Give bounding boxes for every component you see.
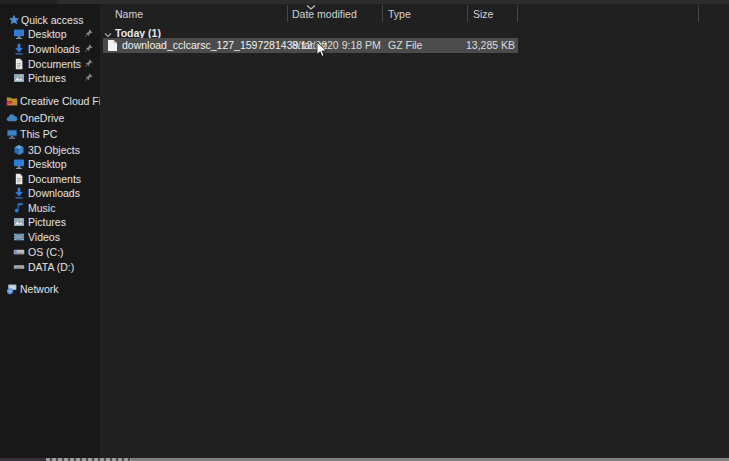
document-icon bbox=[13, 173, 25, 185]
sidebar-item-network[interactable]: Network bbox=[0, 281, 100, 296]
computer-icon bbox=[6, 128, 18, 140]
sidebar-item-label: Music bbox=[28, 202, 55, 214]
sidebar-item-label: Downloads bbox=[28, 187, 80, 199]
sidebar-item-3d-objects[interactable]: 3D Objects bbox=[0, 142, 100, 157]
sidebar-item-label: Videos bbox=[28, 231, 60, 243]
onedrive-cloud-icon bbox=[6, 112, 18, 124]
sidebar-item-label: OS (C:) bbox=[28, 246, 64, 258]
file-list-pane: Name Date modified Type Size bbox=[100, 4, 729, 458]
sidebar-item-this-pc[interactable]: This PC bbox=[0, 126, 100, 141]
column-separator[interactable] bbox=[467, 5, 468, 22]
sidebar-item-os-c[interactable]: OS (C:) bbox=[0, 244, 100, 259]
monitor-icon bbox=[13, 28, 25, 40]
sidebar-item-videos[interactable]: Videos bbox=[0, 229, 100, 244]
sidebar-item-creative-cloud-files[interactable]: Cc Creative Cloud Files bbox=[0, 93, 100, 108]
drive-icon bbox=[13, 246, 25, 258]
chevron-down-icon[interactable] bbox=[104, 29, 112, 36]
column-header-label: Date modified bbox=[292, 8, 357, 20]
sidebar-item-label: Pictures bbox=[28, 216, 66, 228]
sidebar-item-documents[interactable]: Documents bbox=[0, 56, 100, 71]
file-type: GZ File bbox=[388, 38, 422, 53]
sidebar-item-label: DATA (D:) bbox=[28, 261, 74, 273]
column-separator[interactable] bbox=[287, 5, 288, 22]
pictures-icon bbox=[13, 72, 25, 84]
sidebar-item-desktop[interactable]: Desktop bbox=[0, 26, 100, 41]
sidebar-item-label: 3D Objects bbox=[28, 144, 80, 156]
navigation-pane: Quick access Desktop Downloads Doc bbox=[0, 4, 100, 458]
sidebar-item-data-d[interactable]: DATA (D:) bbox=[0, 259, 100, 274]
column-header-size[interactable]: Size bbox=[473, 4, 493, 24]
download-arrow-icon bbox=[13, 43, 25, 55]
column-separator[interactable] bbox=[382, 5, 383, 22]
file-date-modified: 8/12/2020 9:18 PM bbox=[292, 38, 381, 53]
group-header-label: Today (1) bbox=[115, 27, 161, 39]
cube-icon bbox=[13, 144, 25, 156]
file-size: 13,285 KB bbox=[441, 38, 515, 53]
sidebar-item-downloads[interactable]: Downloads bbox=[0, 41, 100, 56]
pin-icon bbox=[84, 43, 94, 53]
file-row-selected[interactable]: download_cclcarsc_127_1597281439.tar.gz … bbox=[103, 38, 518, 53]
sidebar-item-label: OneDrive bbox=[20, 112, 64, 124]
sidebar-item-label: Quick access bbox=[21, 14, 83, 26]
sidebar-item-label: This PC bbox=[20, 128, 57, 140]
sidebar-item-label: Documents bbox=[28, 173, 81, 185]
sidebar-item-quick-access[interactable]: Quick access bbox=[0, 12, 100, 27]
sidebar-item-pictures[interactable]: Pictures bbox=[0, 70, 100, 85]
music-note-icon bbox=[13, 202, 25, 214]
sidebar-item-music[interactable]: Music bbox=[0, 200, 100, 215]
network-icon bbox=[6, 283, 18, 295]
pictures-icon bbox=[13, 216, 25, 228]
sidebar-item-label: Desktop bbox=[28, 28, 67, 40]
sidebar-item-onedrive[interactable]: OneDrive bbox=[0, 110, 100, 125]
column-header-label: Name bbox=[115, 8, 143, 20]
sidebar-item-label: Network bbox=[20, 283, 59, 295]
creative-cloud-folder-icon: Cc bbox=[6, 95, 18, 107]
drive-icon bbox=[13, 261, 25, 273]
sidebar-item-label: Documents bbox=[28, 58, 81, 70]
document-icon bbox=[13, 58, 25, 70]
pin-icon bbox=[84, 58, 94, 68]
column-separator[interactable] bbox=[698, 5, 699, 22]
column-header-label: Type bbox=[388, 8, 411, 20]
file-document-icon bbox=[108, 40, 117, 51]
sidebar-item-label: Pictures bbox=[28, 72, 66, 84]
column-header-label: Size bbox=[473, 8, 493, 20]
pin-icon bbox=[84, 28, 94, 38]
column-header-row: Name Date modified Type Size bbox=[100, 4, 729, 24]
sidebar-item-desktop-pc[interactable]: Desktop bbox=[0, 156, 100, 171]
quick-access-star-icon bbox=[8, 14, 20, 26]
column-separator[interactable] bbox=[517, 5, 518, 22]
column-header-type[interactable]: Type bbox=[388, 4, 411, 24]
sidebar-item-label: Desktop bbox=[28, 158, 67, 170]
sidebar-item-documents-pc[interactable]: Documents bbox=[0, 171, 100, 186]
pin-icon bbox=[84, 72, 94, 82]
svg-text:Cc: Cc bbox=[8, 101, 13, 105]
column-header-name[interactable]: Name bbox=[115, 4, 143, 24]
sidebar-item-pictures-pc[interactable]: Pictures bbox=[0, 214, 100, 229]
column-header-date-modified[interactable]: Date modified bbox=[292, 4, 357, 24]
sidebar-item-label: Downloads bbox=[28, 43, 80, 55]
download-arrow-icon bbox=[13, 187, 25, 199]
monitor-icon bbox=[13, 158, 25, 170]
file-explorer-window: Quick access Desktop Downloads Doc bbox=[0, 0, 729, 461]
sidebar-item-downloads-pc[interactable]: Downloads bbox=[0, 185, 100, 200]
video-icon bbox=[13, 231, 25, 243]
